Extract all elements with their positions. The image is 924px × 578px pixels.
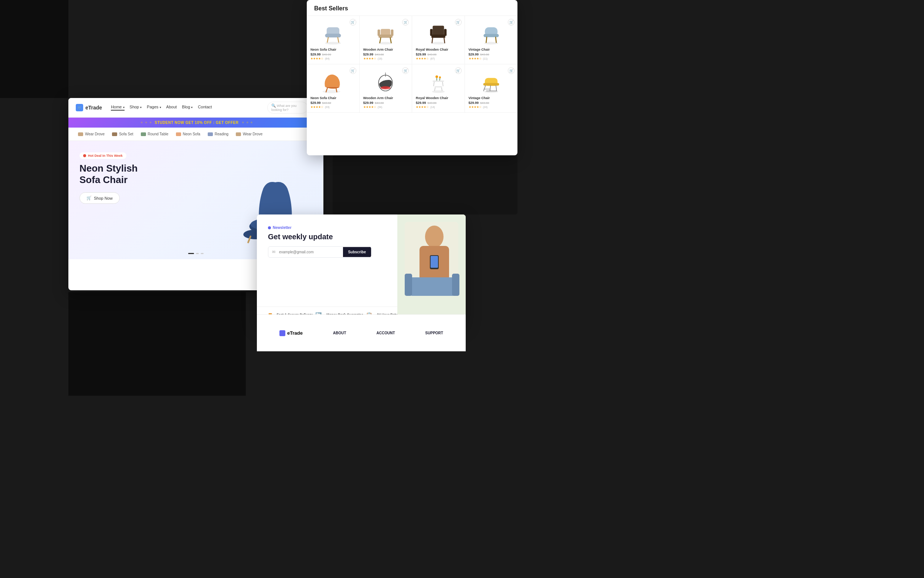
search-box: 🔍 What are you looking for? [267, 102, 308, 114]
product-card-4: 🛒 Vintage Chair $29.99 $43.88 ★★★★☆ (11) [465, 16, 518, 64]
pages-arrow: ▾ [160, 106, 161, 109]
cat-icon-4 [176, 132, 181, 136]
svg-line-30 [486, 37, 487, 42]
svg-rect-29 [484, 34, 498, 37]
product-name-5: Neon Sofa Chair [311, 96, 356, 100]
nav-shop[interactable]: Shop ▾ [130, 105, 142, 110]
add-to-cart-7[interactable]: 🛒 [455, 67, 462, 74]
svg-line-54 [496, 85, 497, 91]
svg-line-19 [390, 38, 392, 43]
newsletter-image [397, 214, 466, 325]
hot-deal-badge: Hot Deal In This Week [79, 153, 126, 159]
product-card-3: 🛒 Royal Wooden Chair $29.99 $43.88 ★★★★ [412, 16, 465, 64]
product-name-2: Wooden Arm Chair [363, 48, 408, 51]
product-stars-8: ★★★★☆ (24) [469, 106, 514, 109]
hot-badge-dot [83, 154, 86, 157]
product-price-row-8: $29.99 $43.88 [469, 101, 514, 105]
svg-point-38 [432, 90, 445, 93]
cat-neon-sofa[interactable]: Neon Sofa [172, 130, 204, 138]
svg-line-34 [336, 89, 337, 92]
bestsellers-title: Best Sellers [314, 5, 348, 11]
add-to-cart-5[interactable]: 🛒 [350, 67, 356, 74]
product-img-4 [469, 23, 514, 45]
promo-decor-left: ✦ ✦ ✦ [140, 120, 152, 125]
footer-section: eTrade ABOUT ACCOUNT SUPPORT [257, 314, 466, 351]
add-to-cart-1[interactable]: 🛒 [350, 19, 356, 26]
dot-3[interactable] [201, 253, 204, 254]
product-img-7 [416, 71, 461, 93]
promo-decor-right: ✦ ✦ ✦ [241, 120, 253, 125]
product-price-row-2: $29.99 $43.88 [363, 52, 408, 56]
newsletter-window: Newsletter Get weekly update ✉ Subscribe… [257, 214, 466, 325]
bestsellers-grid: 🛒 Neon Sofa Chair $29.99 $49.99 ★★★★☆ (6… [307, 16, 518, 113]
footer-col-account: ACCOUNT [377, 331, 395, 335]
cat-reading[interactable]: Reading [204, 130, 232, 138]
product-stars-1: ★★★★☆ (64) [311, 57, 356, 60]
promo-text: STUDENT NOW GET 10% OFF : GET OFFER [155, 120, 239, 125]
promo-banner: ✦ ✦ ✦ STUDENT NOW GET 10% OFF : GET OFFE… [68, 118, 324, 128]
product-card-8: 🛒 Vintage Chair $29.99 $43.8 [465, 64, 518, 113]
svg-rect-61 [408, 278, 456, 296]
cat-icon-6 [236, 132, 241, 136]
product-price-5: $29.99 [311, 101, 321, 105]
shop-now-button[interactable]: 🛒 Shop Now [79, 192, 120, 204]
product-img-6 [363, 71, 408, 93]
nav-blog[interactable]: Blog ▾ [182, 105, 193, 110]
add-to-cart-4[interactable]: 🛒 [508, 19, 515, 26]
email-input[interactable] [279, 247, 343, 257]
dot-2[interactable] [196, 253, 199, 254]
dark-bg-mid [333, 155, 518, 214]
svg-line-11 [327, 37, 328, 42]
svg-rect-23 [430, 29, 432, 36]
product-price-row-3: $29.99 $43.88 [416, 52, 461, 56]
product-old-price-1: $49.99 [322, 53, 331, 56]
product-old-price-4: $43.88 [480, 53, 489, 56]
svg-rect-16 [378, 29, 380, 36]
svg-point-13 [379, 42, 393, 44]
product-card-2: 🛒 Wooden Arm Chair $29.99 $43.88 ★★★★☆ [359, 16, 413, 64]
product-old-price-3: $43.88 [428, 53, 437, 56]
product-price-1: $29.99 [311, 52, 321, 56]
add-to-cart-8[interactable]: 🛒 [508, 67, 515, 74]
hero-title: Neon Stylish Sofa Chair [79, 163, 176, 186]
product-stars-4: ★★★★☆ (11) [469, 57, 514, 60]
nav-about[interactable]: About [166, 105, 177, 110]
svg-point-49 [484, 90, 498, 93]
product-price-row-6: $29.99 $43.88 [363, 101, 408, 105]
product-name-6: Wooden Arm Chair [363, 96, 408, 100]
dot-active[interactable] [188, 253, 194, 254]
product-price-7: $29.99 [416, 101, 426, 105]
add-to-cart-3[interactable]: 🛒 [455, 19, 462, 26]
nav-pages[interactable]: Pages ▾ [147, 105, 161, 110]
add-to-cart-6[interactable]: 🛒 [402, 67, 409, 74]
email-icon: ✉ [268, 247, 279, 257]
product-price-row-1: $29.99 $49.99 [311, 52, 356, 56]
logo[interactable]: 🛒 eTrade [76, 104, 102, 111]
cat-sofa-set[interactable]: Sofa Set [108, 130, 137, 138]
logo-text: eTrade [86, 105, 102, 110]
footer-logo-icon [280, 330, 285, 336]
product-old-price-5: $43.82 [322, 101, 331, 105]
footer-col-about: ABOUT [333, 331, 346, 335]
product-name-4: Vintage Chair [469, 48, 514, 51]
dark-bg-topleft [0, 0, 68, 98]
logo-icon: 🛒 [76, 104, 83, 111]
svg-line-26 [444, 38, 445, 43]
cat-wear-drove-2[interactable]: Wear Drove [232, 130, 266, 138]
add-to-cart-2[interactable]: 🛒 [402, 19, 409, 26]
svg-rect-17 [391, 29, 393, 36]
newsletter-badge-dot [268, 226, 271, 229]
subscribe-button[interactable]: Subscribe [343, 247, 371, 257]
svg-rect-15 [379, 35, 393, 38]
nav-contact[interactable]: Contact [198, 105, 212, 110]
product-price-6: $29.99 [363, 101, 374, 105]
cat-round-table[interactable]: Round Table [137, 130, 172, 138]
nav-home[interactable]: Home ▾ [111, 105, 124, 110]
svg-point-20 [431, 42, 445, 44]
product-old-price-7: $43.88 [428, 101, 437, 105]
svg-line-12 [338, 37, 339, 42]
cat-wear-drove-1[interactable]: Wear Drove [74, 130, 108, 138]
product-name-8: Vintage Chair [469, 96, 514, 100]
product-price-row-5: $29.99 $43.82 [311, 101, 356, 105]
product-card-6: 🛒 Wooden Arm Chair $29.99 $43.88 ★★★★☆ (… [359, 64, 413, 113]
